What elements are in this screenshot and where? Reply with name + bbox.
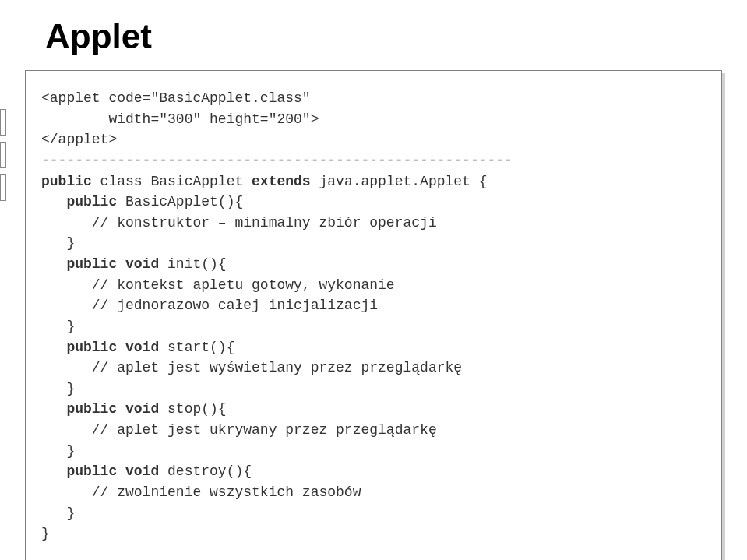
code-line: // zwolnienie wszystkich zasobów	[41, 484, 361, 500]
code-line: }	[41, 319, 75, 334]
code-line: // konstruktor – minimalny zbiór operacj…	[41, 215, 437, 231]
code-keyword: public void	[41, 256, 159, 272]
code-line: // aplet jest ukrywany przez przeglądark…	[41, 422, 437, 438]
code-line: ----------------------------------------…	[41, 153, 513, 168]
code-line: }	[41, 526, 50, 541]
code-line: <applet code="BasicApplet.class"	[41, 90, 311, 106]
decoration-box	[0, 109, 6, 136]
decoration-box	[0, 142, 6, 168]
code-line: // aplet jest wyświetlany przez przegląd…	[41, 360, 462, 375]
code-line: </applet>	[41, 132, 117, 147]
code-frame: <applet code="BasicApplet.class" width="…	[25, 70, 722, 560]
code-keyword: public	[41, 194, 117, 210]
code-keyword: public void	[41, 401, 159, 417]
page-title: Applet	[45, 17, 722, 56]
code-line: }	[41, 381, 75, 396]
code-line: // kontekst apletu gotowy, wykonanie	[41, 277, 395, 293]
code-text: class BasicApplet	[92, 174, 252, 189]
code-text: BasicApplet(){	[117, 194, 243, 210]
code-line: }	[41, 235, 75, 251]
code-keyword: public void	[41, 340, 159, 355]
code-text: java.applet.Applet {	[311, 174, 488, 189]
code-line: }	[41, 505, 75, 521]
code-text: start(){	[159, 340, 234, 355]
side-decoration	[0, 109, 6, 201]
code-keyword: public void	[41, 463, 159, 479]
code-line: // jednorazowo całej inicjalizacji	[41, 298, 378, 313]
decoration-box	[0, 174, 6, 201]
code-block: <applet code="BasicApplet.class" width="…	[41, 88, 706, 544]
code-keyword: public	[41, 174, 92, 189]
code-line: }	[41, 443, 75, 459]
slide: Applet <applet code="BasicApplet.class" …	[0, 0, 747, 560]
code-text: destroy(){	[159, 463, 252, 479]
code-text: stop(){	[159, 401, 226, 417]
code-line: width="300" height="200">	[41, 111, 319, 127]
code-keyword: extends	[252, 174, 311, 189]
code-text: init(){	[159, 256, 226, 272]
